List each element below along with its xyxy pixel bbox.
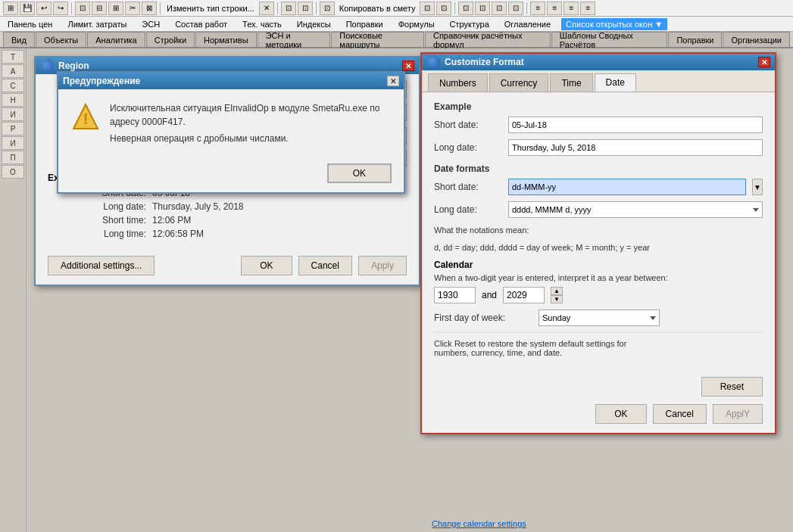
toolbar-close-tab[interactable]: ✕ bbox=[259, 2, 274, 15]
notation-text: d, dd = day; ddd, dddd = day of week; M … bbox=[434, 241, 763, 254]
menu-sostav[interactable]: Состав работ bbox=[170, 18, 232, 30]
tab-date[interactable]: Date bbox=[595, 73, 636, 92]
region-cancel-button[interactable]: Cancel bbox=[298, 256, 352, 275]
toolbar-btn-13[interactable]: ⊡ bbox=[436, 2, 451, 15]
warning-line2: адресу 0000F417. bbox=[110, 115, 379, 129]
week-label: First day of week: bbox=[434, 313, 532, 323]
toolbar-btn-20[interactable]: ≡ bbox=[564, 2, 579, 15]
toolbar-btn-16[interactable]: ⊡ bbox=[492, 2, 507, 15]
sidebar-item-3[interactable]: С bbox=[2, 79, 24, 92]
toolbar-btn-19[interactable]: ≡ bbox=[547, 2, 562, 15]
tab-esn-metod[interactable]: ЭСН и методики bbox=[258, 32, 331, 47]
menu-oglavlenie[interactable]: Оглавление bbox=[500, 18, 555, 30]
menu-popravki[interactable]: Поправки bbox=[342, 18, 388, 30]
menu-struktura[interactable]: Структура bbox=[445, 18, 494, 30]
tab-spravochnik[interactable]: Справочник расчётных формул bbox=[425, 32, 551, 47]
tab-time[interactable]: Time bbox=[550, 73, 592, 92]
sidebar-item-1[interactable]: Т bbox=[2, 50, 24, 64]
year-from-input[interactable] bbox=[434, 287, 476, 303]
sidebar-item-9[interactable]: О bbox=[2, 165, 24, 179]
ex-long-time-value: 12:06:58 PM bbox=[152, 229, 204, 239]
toolbar-btn-3[interactable]: ↩ bbox=[36, 2, 52, 15]
tab-numbers[interactable]: Numbers bbox=[428, 73, 488, 92]
tab-currency[interactable]: Currency bbox=[489, 73, 549, 92]
toolbar-change-label: Изменить тип строки... bbox=[164, 4, 258, 13]
menubar: Панель цен Лимит. затраты ЭСН Состав раб… bbox=[0, 17, 793, 32]
additional-settings-button[interactable]: Additional settings... bbox=[48, 256, 155, 275]
region-ok-button[interactable]: OK bbox=[241, 256, 292, 275]
fmt-short-input[interactable] bbox=[508, 179, 746, 195]
customize-apply-button[interactable]: ApplY bbox=[713, 404, 763, 424]
sidebar-item-7[interactable]: И bbox=[2, 136, 24, 150]
toolbar-btn-9[interactable]: ⊠ bbox=[142, 2, 157, 15]
year-spin-down[interactable]: ▼ bbox=[551, 295, 563, 303]
week-select[interactable]: Sunday bbox=[539, 310, 660, 326]
customize-btn-row: OK Cancel ApplY bbox=[422, 404, 775, 433]
warning-ok-button[interactable]: OK bbox=[327, 163, 392, 183]
region-apply-button[interactable]: Apply bbox=[358, 256, 407, 275]
customize-close-button[interactable]: ✕ bbox=[758, 57, 770, 67]
tab-strojki[interactable]: Стройки bbox=[146, 32, 195, 47]
year-spin-up[interactable]: ▲ bbox=[551, 287, 563, 295]
toolbar-copy-btn[interactable]: ⊡ bbox=[320, 2, 335, 15]
sidebar-item-4[interactable]: Н bbox=[2, 93, 24, 107]
tab-poisk[interactable]: Поисковые маршруты bbox=[331, 32, 424, 47]
sep-2 bbox=[160, 2, 161, 14]
svg-text:!: ! bbox=[83, 110, 89, 127]
toolbar-btn-4[interactable]: ↪ bbox=[53, 2, 68, 15]
tab-vid[interactable]: Вид bbox=[3, 32, 35, 47]
cf-long-date-row: Long date: bbox=[434, 139, 763, 156]
toolbar-btn-8[interactable]: ✂ bbox=[125, 2, 140, 15]
tab-obekty[interactable]: Объекты bbox=[36, 32, 86, 47]
toolbar-btn-1[interactable]: ⊞ bbox=[3, 2, 18, 15]
tab-normativy[interactable]: Нормативы bbox=[195, 32, 257, 47]
sep-4 bbox=[316, 2, 317, 14]
toolbar-btn-6[interactable]: ⊟ bbox=[92, 2, 107, 15]
sidebar-item-5[interactable]: И bbox=[2, 107, 24, 121]
menu-indexes[interactable]: Индексы bbox=[292, 18, 336, 30]
menu-esn[interactable]: ЭСН bbox=[137, 18, 164, 30]
toolbar-btn-2[interactable]: 💾 bbox=[20, 2, 35, 15]
toolbar-btn-21[interactable]: ≡ bbox=[580, 2, 595, 15]
toolbar-btn-15[interactable]: ⊡ bbox=[475, 2, 490, 15]
toolbar-btn-10[interactable]: ⊡ bbox=[281, 2, 296, 15]
customize-reset-button[interactable]: Reset bbox=[701, 377, 763, 397]
menu-panel-cen[interactable]: Панель цен bbox=[3, 18, 57, 30]
calendar-section: Calendar When a two-digit year is entere… bbox=[434, 260, 763, 326]
calendar-link[interactable]: Change calendar settings bbox=[432, 519, 526, 528]
year-to-input[interactable] bbox=[503, 287, 545, 303]
menu-open-windows[interactable]: Список открытых окон ▼ bbox=[561, 18, 667, 30]
customize-cancel-button[interactable]: Cancel bbox=[653, 404, 707, 424]
warning-close-button[interactable]: ✕ bbox=[387, 76, 399, 86]
toolbar-btn-11[interactable]: ⊡ bbox=[298, 2, 313, 15]
toolbar-btn-7[interactable]: ⊞ bbox=[108, 2, 123, 15]
customize-ok-button[interactable]: OK bbox=[595, 404, 646, 424]
sidebar-item-6[interactable]: Р bbox=[2, 122, 24, 135]
toolbar-btn-18[interactable]: ≡ bbox=[530, 2, 545, 15]
warning-titlebar: Предупреждение ✕ bbox=[58, 73, 404, 89]
toolbar-btn-14[interactable]: ⊡ bbox=[458, 2, 473, 15]
toolbar-btn-5[interactable]: ⊡ bbox=[75, 2, 90, 15]
fmt-short-dropdown-btn[interactable]: ▼ bbox=[752, 179, 763, 195]
reset-note-text: Click Reset to restore the system defaul… bbox=[434, 339, 626, 357]
sidebar-item-8[interactable]: П bbox=[2, 151, 24, 164]
warning-dialog: Предупреждение ✕ ! Исключительная ситуац… bbox=[57, 71, 405, 194]
tab-organizacii[interactable]: Организации bbox=[723, 32, 790, 47]
cf-short-date-input[interactable] bbox=[508, 117, 763, 133]
ex-long-date-row: Long date: Thursday, July 5, 2018 bbox=[48, 201, 407, 212]
ex-short-time-label: Short time: bbox=[48, 215, 146, 226]
toolbar-btn-17[interactable]: ⊡ bbox=[508, 2, 523, 15]
tab-shablony[interactable]: Шаблоны Сводных Расчётов bbox=[551, 32, 668, 47]
region-close-button[interactable]: ✕ bbox=[402, 61, 414, 71]
customize-footer-row: Reset bbox=[422, 372, 775, 404]
menu-formuli[interactable]: Формулы bbox=[394, 18, 439, 30]
menu-limit[interactable]: Лимит. затраты bbox=[63, 18, 131, 30]
menu-tech[interactable]: Тех. часть bbox=[238, 18, 286, 30]
cf-long-date-input[interactable] bbox=[508, 139, 763, 156]
toolbar-btn-12[interactable]: ⊡ bbox=[420, 2, 435, 15]
tab-popravki[interactable]: Поправки bbox=[668, 32, 722, 47]
notation-label: What the notations mean: bbox=[434, 224, 763, 237]
fmt-long-select[interactable]: dddd, MMMM d, yyyy bbox=[508, 201, 763, 218]
tab-analitika[interactable]: Аналитика bbox=[87, 32, 145, 47]
sidebar-item-2[interactable]: А bbox=[2, 64, 24, 78]
